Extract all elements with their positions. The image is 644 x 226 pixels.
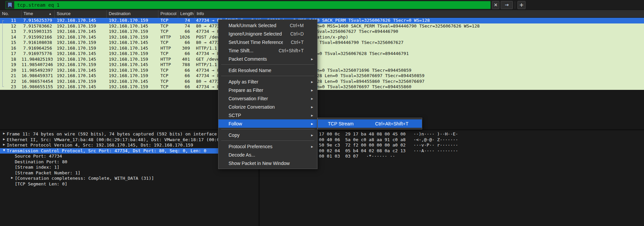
column-header-no[interactable]: No. <box>0 10 21 18</box>
packet-destination[interactable]: 192.168.170.145 <box>107 23 158 29</box>
hex-dump-line[interactable]: 0030 fa f0 0e 41 00 00 02 04 05 b4 04 02… <box>264 148 644 154</box>
packet-protocol[interactable]: TCP <box>158 18 178 23</box>
packet-source[interactable]: 192.168.170.145 <box>55 29 107 35</box>
packet-length[interactable]: 66 <box>178 79 195 84</box>
column-header-source[interactable]: Source <box>55 10 107 18</box>
menu-item-conversation-filter[interactable]: Conversation Filter ▸ <box>218 94 317 103</box>
packet-protocol[interactable]: TCP <box>158 51 178 57</box>
packet-length[interactable]: 1026 <box>178 35 195 40</box>
menu-item-apply-as-filter[interactable]: Apply as Filter ▸ <box>218 77 317 86</box>
packet-protocol[interactable]: TCP <box>158 84 178 90</box>
packet-time[interactable]: 7.915625379 <box>21 18 55 23</box>
packet-destination[interactable]: 192.168.170.159 <box>107 29 158 35</box>
expand-arrow-icon[interactable] <box>9 159 15 165</box>
packet-time[interactable]: 16.986574454 <box>21 79 55 84</box>
detail-line[interactable]: [Stream Packet Number: 1] <box>0 170 258 176</box>
expand-arrow-icon[interactable] <box>9 170 15 176</box>
display-filter-field[interactable]: tcp.stream eq 1 <box>5 1 491 9</box>
packet-length[interactable]: 74 <box>178 18 195 23</box>
packet-length[interactable]: 66 <box>178 29 195 35</box>
packet-destination[interactable]: 192.168.170.145 <box>107 40 158 46</box>
packet-source[interactable]: 192.168.170.145 <box>55 57 107 62</box>
packet-protocol[interactable]: TCP <box>158 23 178 29</box>
packet-source[interactable]: 192.168.170.145 <box>55 35 107 40</box>
packet-time[interactable]: 7.915992166 <box>21 35 55 40</box>
menu-item-tcp-stream[interactable]: TCP Stream Ctrl+Alt+Shift+T <box>318 119 422 128</box>
packet-protocol[interactable]: TCP <box>158 29 178 35</box>
menu-item-time-shift[interactable]: Time Shift... Ctrl+Shift+T <box>218 46 317 55</box>
packet-protocol[interactable]: TCP <box>158 40 178 46</box>
menu-item-ignore-unignore-selected[interactable]: Ignore/Unignore Selected Ctrl+D <box>218 30 317 38</box>
packet-protocol[interactable]: HTTP <box>158 46 178 51</box>
column-header-length[interactable]: Length <box>178 10 195 18</box>
packet-length[interactable]: 74 <box>178 23 195 29</box>
filter-clear-button[interactable]: × <box>492 1 499 9</box>
packet-source[interactable]: 192.168.170.159 <box>55 62 107 68</box>
packet-length[interactable]: 66 <box>178 73 195 79</box>
column-header-protocol[interactable]: Protocol <box>158 10 178 18</box>
packet-time[interactable]: 16.986459371 <box>21 73 55 79</box>
packet-destination[interactable]: 192.168.170.159 <box>107 68 158 73</box>
packet-source[interactable]: 192.168.170.159 <box>55 23 107 29</box>
menu-item-packet-comments[interactable]: Packet Comments ▸ <box>218 55 317 63</box>
packet-source[interactable]: 192.168.170.159 <box>55 46 107 51</box>
menu-item-show-packet-in-new-window[interactable]: Show Packet in New Window <box>218 159 317 167</box>
detail-line[interactable]: ▶ [Conversation completeness: Complete, … <box>0 176 258 181</box>
menu-item-prepare-as-filter[interactable]: Prepare as Filter ▸ <box>218 86 317 94</box>
packet-length[interactable]: 309 <box>178 46 195 51</box>
expand-arrow-icon[interactable] <box>9 154 15 159</box>
expand-arrow-icon[interactable] <box>9 165 15 170</box>
display-filter-input[interactable]: tcp.stream eq 1 <box>14 2 59 8</box>
packet-time[interactable]: 11.985407246 <box>21 62 55 68</box>
packet-length[interactable]: 66 <box>178 51 195 57</box>
packet-destination[interactable]: 192.168.170.145 <box>107 79 158 84</box>
expand-arrow-icon[interactable] <box>9 181 15 187</box>
packet-length[interactable]: 66 <box>178 68 195 73</box>
hex-dump-line[interactable]: 0010 00 3c 8b 2c 40 00 40 06 5a 0e c0 a8… <box>264 137 644 143</box>
packet-destination[interactable]: 192.168.170.159 <box>107 57 158 62</box>
packet-source[interactable]: 192.168.170.145 <box>55 84 107 90</box>
hex-dump-line[interactable]: 0000 00 0c 29 6e 18 17 00 0c 29 17 ba 48… <box>264 131 644 137</box>
packet-row[interactable]: 22 16.986574454 192.168.170.159 192.168.… <box>0 79 644 84</box>
hex-dump-line[interactable]: 0020 aa 9f ba 76 00 50 9e c3 72 f2 00 00… <box>264 143 644 148</box>
menu-item-mark-unmark-selected[interactable]: Mark/Unmark Selected Ctrl+M <box>218 21 317 30</box>
packet-time[interactable]: 7.915903135 <box>21 29 55 35</box>
packet-length[interactable]: 66 <box>178 84 195 90</box>
packet-row[interactable]: 15 7.916108038 192.168.170.159 192.168.1… <box>0 40 644 46</box>
packet-time[interactable]: 7.916964256 <box>21 46 55 51</box>
packet-length[interactable]: 66 <box>178 40 195 46</box>
packet-length[interactable]: 401 <box>178 57 195 62</box>
packet-source[interactable]: 192.168.170.145 <box>55 73 107 79</box>
packet-row[interactable]: 11 7.915625379 192.168.170.145 192.168.1… <box>0 18 644 23</box>
menu-item-colorize-conversation[interactable]: Colorize Conversation ▸ <box>218 103 317 111</box>
packet-length[interactable]: 788 <box>178 62 195 68</box>
packet-row[interactable]: 19 11.985407246 192.168.170.159 192.168.… <box>0 62 644 68</box>
packet-time[interactable]: 11.984825193 <box>21 57 55 62</box>
detail-line[interactable]: [TCP Segment Len: 0] <box>0 181 258 187</box>
packet-source[interactable]: 192.168.170.159 <box>55 40 107 46</box>
packet-protocol[interactable]: TCP <box>158 68 178 73</box>
packet-row[interactable]: 14 7.915992166 192.168.170.145 192.168.1… <box>0 35 644 40</box>
expand-arrow-icon[interactable]: ▶ <box>9 176 15 181</box>
packet-protocol[interactable]: TCP <box>158 73 178 79</box>
packet-source[interactable]: 192.168.170.145 <box>55 18 107 23</box>
menu-item-copy[interactable]: Copy ▸ <box>218 131 317 139</box>
packet-source[interactable]: 192.168.170.145 <box>55 68 107 73</box>
packet-row[interactable]: 23 16.986655155 192.168.170.145 192.168.… <box>0 84 644 90</box>
packet-time[interactable]: 7.916108038 <box>21 40 55 46</box>
filter-add-button[interactable]: + <box>517 1 526 9</box>
packet-time[interactable]: 7.916975776 <box>21 51 55 57</box>
menu-item-set-unset-time-reference[interactable]: Set/Unset Time Reference Ctrl+T <box>218 38 317 46</box>
packet-destination[interactable]: 192.168.170.145 <box>107 62 158 68</box>
menu-item-decode-as[interactable]: Decode As... <box>218 151 317 159</box>
column-header-info[interactable]: Info <box>195 10 644 18</box>
packet-protocol[interactable]: HTTP <box>158 62 178 68</box>
menu-item-sctp[interactable]: SCTP ▸ <box>218 111 317 119</box>
packet-time[interactable]: 11.985492397 <box>21 68 55 73</box>
packet-source[interactable]: 192.168.170.159 <box>55 79 107 84</box>
packet-time[interactable]: 16.986655155 <box>21 84 55 90</box>
packet-destination[interactable]: 192.168.170.159 <box>107 73 158 79</box>
expand-arrow-icon[interactable]: ▶ <box>1 143 7 148</box>
expand-arrow-icon[interactable]: ▶ <box>1 137 7 143</box>
menu-item-edit-resolved-name[interactable]: Edit Resolved Name <box>218 66 317 74</box>
